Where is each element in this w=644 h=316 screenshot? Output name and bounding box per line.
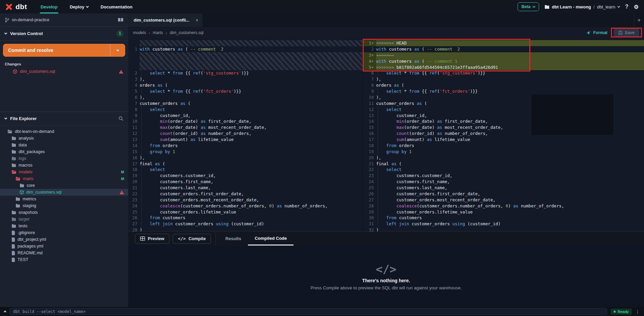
editor-pane-incoming[interactable]: 1+<<<<<<< HEAD2with customers as ( -- co… [363, 38, 644, 231]
tree-item-dbt_packages[interactable]: dbt_packages [0, 148, 128, 155]
project-selector[interactable]: dbt Learn - mwong / dbt_learn [544, 4, 620, 9]
diff-filler-line[interactable] [128, 40, 362, 46]
tree-item-marts[interactable]: martsM [0, 175, 128, 182]
diff-filler-line[interactable] [128, 58, 362, 64]
code-line[interactable]: 15 group by 1 [128, 149, 362, 155]
code-line[interactable]: 8orders as ( [363, 82, 644, 88]
docs-book-icon[interactable] [118, 18, 123, 22]
code-line[interactable]: 30 from customers [363, 215, 644, 221]
code-line[interactable]: 4+with customers as ( -- comment 1 [363, 58, 644, 64]
tab-dim-customers[interactable]: dim_customers.sql (confli... × [128, 13, 202, 27]
code-line[interactable]: 14 min(order_date) as first_order_date, [363, 118, 644, 124]
code-line[interactable]: 12 select [363, 107, 644, 113]
tree-item-core[interactable]: core [0, 182, 128, 189]
code-line[interactable]: 27 customer_orders.most_recent_order_dat… [363, 197, 644, 203]
breadcrumb-models[interactable]: models [133, 30, 146, 35]
tree-item-models[interactable]: modelsM [0, 169, 128, 175]
help-icon[interactable]: ? [625, 4, 628, 10]
code-line[interactable]: 28 coalesce(customer_orders.number_of_or… [363, 203, 644, 209]
code-line[interactable]: 19 customers.customer_id, [128, 173, 362, 179]
code-line[interactable]: 8 select [128, 107, 362, 113]
tree-item-packages.yml[interactable]: packages.yml [0, 243, 128, 250]
code-line[interactable]: 16 count(order_id) as number_of_orders, [363, 131, 644, 137]
code-line[interactable]: 20), [363, 155, 644, 161]
code-line[interactable]: 31 left join customer_orders using (cust… [363, 221, 644, 227]
tree-item-target[interactable]: target [0, 216, 128, 223]
chevron-up-icon[interactable] [4, 311, 6, 313]
search-icon[interactable] [118, 116, 123, 121]
tree-item-staging[interactable]: staging [0, 202, 128, 209]
beta-badge[interactable]: Beta [517, 2, 539, 11]
tree-item-macros[interactable]: macros [0, 162, 128, 169]
code-line[interactable]: 10 min(order_date) as first_order_date, [128, 118, 362, 124]
version-control-header[interactable]: Version Control 1 [0, 27, 128, 40]
code-line[interactable]: 11customer_orders as ( [363, 100, 644, 107]
kebab-menu-icon[interactable]: ⋮ [635, 309, 640, 314]
code-line[interactable]: 17final as ( [128, 161, 362, 167]
code-line[interactable]: 23 customer_orders.most_recent_order_dat… [128, 197, 362, 203]
tree-item-analysis[interactable]: analysis [0, 135, 128, 142]
code-line[interactable]: 1with customers as ( -- comment 2 [128, 46, 362, 52]
code-line[interactable]: 16), [128, 155, 362, 161]
code-line[interactable]: 25 customer_orders.lifetime_value [128, 209, 362, 215]
nav-documentation[interactable]: Documentation [94, 0, 139, 13]
code-line[interactable]: 19 group by 1 [363, 149, 644, 155]
compile-button[interactable]: </> Compile [173, 234, 211, 244]
code-line[interactable]: 13 sum(amount) as lifetime_value [128, 137, 362, 143]
code-line[interactable]: 2with customers as ( -- comment 2 [363, 46, 644, 52]
code-line[interactable]: 20 customers.first_name, [128, 179, 362, 185]
tree-item-TEST[interactable]: TEST [0, 256, 128, 263]
code-line[interactable]: 24 coalesce(customer_orders.number_of_or… [128, 203, 362, 209]
tree-item-README.md[interactable]: README.md [0, 250, 128, 256]
tree-item-data[interactable]: data [0, 142, 128, 148]
code-line[interactable]: 27 left join customer_orders using (cust… [128, 221, 362, 227]
code-line[interactable]: 12 count(order_id) as number_of_orders, [128, 131, 362, 137]
code-line[interactable]: 21 customers.last_name, [128, 185, 362, 191]
commit-dropdown-toggle[interactable] [110, 44, 125, 56]
code-line[interactable]: 13 customer_id, [363, 113, 644, 119]
code-line[interactable]: 32) [363, 227, 644, 231]
code-line[interactable]: 15 max(order_date) as most_recent_order_… [363, 124, 644, 131]
breadcrumb-marts[interactable]: marts [153, 30, 163, 35]
code-line[interactable]: 6 select * from {{ ref('stg_customers')}… [363, 70, 644, 76]
tree-item-dbt-learn-on-demand[interactable]: dbt-learn-on-demand [0, 128, 128, 135]
code-line[interactable]: 22 customer_orders.first_order_date, [128, 191, 362, 197]
diff-filler-line[interactable] [128, 52, 362, 58]
command-input[interactable] [9, 308, 607, 315]
code-line[interactable]: 21final as ( [363, 161, 644, 167]
code-line[interactable]: 1+<<<<<<< HEAD [363, 40, 644, 46]
save-button[interactable]: Save [614, 29, 639, 37]
tree-item-metrics[interactable]: metrics [0, 196, 128, 202]
code-line[interactable]: 14 from orders [128, 143, 362, 149]
code-line[interactable]: 25 customers.last_name, [363, 185, 644, 191]
code-line[interactable]: 24 customers.first_name, [363, 179, 644, 185]
nav-develop[interactable]: Develop [34, 0, 64, 13]
code-line[interactable]: 22 select [363, 167, 644, 173]
code-line[interactable]: 5+>>>>>>> b81f802a66fd544504c65721e3ffaa… [363, 64, 644, 70]
tree-item-.gitignore[interactable]: .gitignore [0, 229, 128, 236]
code-line[interactable]: 26 from customers [128, 215, 362, 221]
code-line[interactable]: 29 customer_orders.lifetime_value [363, 209, 644, 215]
code-line[interactable]: 26 customer_orders.first_order_date, [363, 191, 644, 197]
tab-results[interactable]: Results [219, 232, 248, 246]
tree-item-tests[interactable]: tests [0, 223, 128, 229]
code-line[interactable]: 4orders as ( [128, 82, 362, 88]
tab-compiled-code[interactable]: Compiled Code [248, 232, 293, 246]
breadcrumb-file[interactable]: dim_customers.sql [170, 30, 203, 35]
code-line[interactable]: 18 select [128, 167, 362, 173]
file-explorer-header[interactable]: File Explorer [0, 112, 128, 125]
tree-item-dim_customers.sql[interactable]: dim_customers.sql [0, 189, 128, 196]
branch-selector[interactable]: on-demand-practice [0, 13, 128, 26]
code-line[interactable]: 3), [128, 76, 362, 82]
dbt-logo[interactable]: dbt [0, 3, 34, 11]
code-line[interactable]: 6), [128, 94, 362, 100]
tree-item-snapshots[interactable]: snapshots [0, 209, 128, 216]
code-line[interactable]: 3+======= [363, 52, 644, 58]
code-line[interactable]: 23 customers.customer_id, [363, 173, 644, 179]
code-line[interactable]: 17 sum(amount) as lifetime_value [363, 137, 644, 143]
new-tab-button[interactable]: + [634, 13, 644, 27]
gear-icon[interactable]: ⚙ [634, 4, 639, 10]
changed-file-item[interactable]: dim_customers.sql [0, 67, 128, 76]
tree-item-logs[interactable]: logs [0, 155, 128, 162]
commit-and-resolve-button[interactable]: Commit and resolve [3, 44, 125, 57]
